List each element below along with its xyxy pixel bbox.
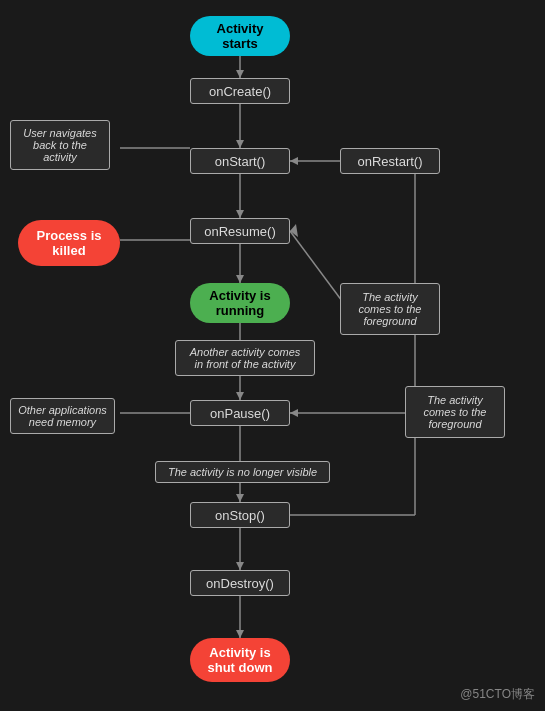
svg-marker-1 (236, 70, 244, 78)
activity-starts-label: Activity starts (217, 21, 264, 51)
activity-foreground-1-note: The activity comes to the foreground (340, 283, 440, 335)
onstart-label: onStart() (215, 154, 266, 169)
svg-marker-25 (290, 224, 298, 237)
onresume-node: onResume() (190, 218, 290, 244)
process-killed-node: Process is killed (18, 220, 120, 266)
other-apps-note: Other applications need memory (10, 398, 115, 434)
onpause-label: onPause() (210, 406, 270, 421)
user-navigates-label: User navigates back to the activity (23, 127, 96, 163)
svg-marker-5 (236, 210, 244, 218)
other-apps-label: Other applications need memory (18, 404, 107, 428)
oncreate-node: onCreate() (190, 78, 290, 104)
svg-marker-17 (236, 630, 244, 638)
another-activity-label: Another activity comes in front of the a… (190, 346, 301, 370)
another-activity-note: Another activity comes in front of the a… (175, 340, 315, 376)
activity-running-label: Activity is running (209, 288, 270, 318)
svg-marker-10 (236, 392, 244, 400)
no-longer-visible-label: The activity is no longer visible (168, 466, 317, 478)
onstop-node: onStop() (190, 502, 290, 528)
activity-foreground-2-note: The activity comes to the foreground (405, 386, 505, 438)
svg-marker-13 (236, 494, 244, 502)
onrestart-node: onRestart() (340, 148, 440, 174)
svg-line-24 (290, 231, 345, 305)
svg-marker-3 (236, 140, 244, 148)
user-navigates-note: User navigates back to the activity (10, 120, 110, 170)
onstart-node: onStart() (190, 148, 290, 174)
onresume-label: onResume() (204, 224, 276, 239)
watermark: @51CTO博客 (460, 686, 535, 703)
svg-marker-15 (236, 562, 244, 570)
activity-shutdown-node: Activity is shut down (190, 638, 290, 682)
activity-foreground-2-label: The activity comes to the foreground (424, 394, 487, 430)
activity-shutdown-label: Activity is shut down (208, 645, 273, 675)
process-killed-label: Process is killed (36, 228, 101, 258)
onstop-label: onStop() (215, 508, 265, 523)
ondestroy-label: onDestroy() (206, 576, 274, 591)
activity-foreground-1-label: The activity comes to the foreground (359, 291, 422, 327)
activity-starts-node: Activity starts (190, 16, 290, 56)
oncreate-label: onCreate() (209, 84, 271, 99)
svg-marker-7 (236, 275, 244, 283)
activity-running-node: Activity is running (190, 283, 290, 323)
onrestart-label: onRestart() (357, 154, 422, 169)
no-longer-visible-note: The activity is no longer visible (155, 461, 330, 483)
ondestroy-node: onDestroy() (190, 570, 290, 596)
onpause-node: onPause() (190, 400, 290, 426)
svg-marker-27 (290, 409, 298, 417)
svg-marker-23 (290, 157, 298, 165)
